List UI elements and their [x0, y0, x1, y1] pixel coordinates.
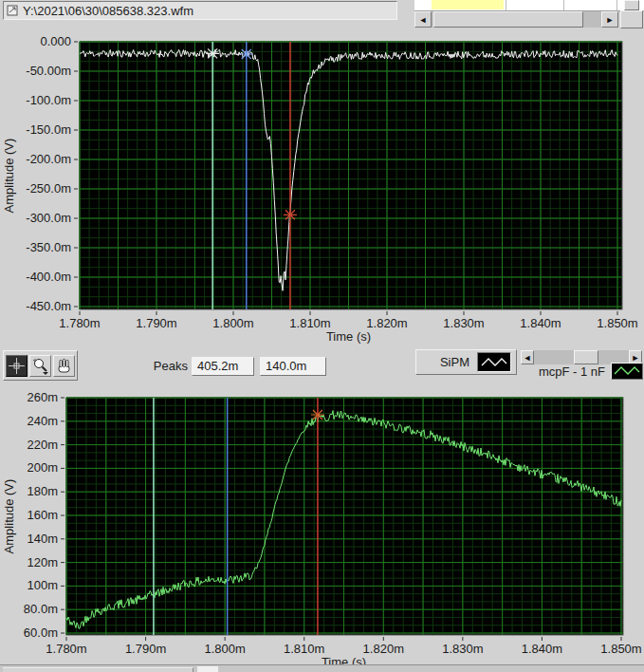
svg-text:Time (s): Time (s) — [326, 329, 371, 344]
peak-value-1-text: 405.2m — [193, 358, 253, 375]
svg-text:100m: 100m — [27, 578, 58, 592]
hand-icon — [55, 357, 73, 375]
svg-text:1.790m: 1.790m — [125, 642, 166, 656]
legend-mcp[interactable]: mcpF - 1 nF — [522, 363, 643, 380]
peak-value-2-text: 140.0m — [261, 358, 325, 375]
svg-text:1.840m: 1.840m — [522, 642, 562, 656]
svg-text:-250.0m: -250.0m — [26, 181, 71, 196]
graph-tool-palette — [3, 350, 78, 381]
svg-text:-200.0m: -200.0m — [26, 152, 71, 166]
svg-text:-400.0m: -400.0m — [26, 270, 71, 284]
sipm-trace-swatch[interactable] — [477, 352, 511, 372]
column-divider — [616, 0, 617, 10]
svg-text:80.0m: 80.0m — [24, 602, 58, 616]
svg-text:-300.0m: -300.0m — [26, 211, 71, 225]
svg-text:-450.0m: -450.0m — [26, 299, 71, 313]
selected-cell-highlight — [432, 0, 504, 9]
sipm-plot-svg: 1.780m1.790m1.800m1.810m1.820m1.830m1.84… — [0, 28, 644, 349]
svg-text:1.780m: 1.780m — [59, 316, 100, 330]
svg-text:1.820m: 1.820m — [366, 316, 407, 330]
mcp-waveform-graph[interactable]: 1.780m1.790m1.800m1.810m1.820m1.830m1.84… — [0, 387, 644, 672]
path-glyph-icon — [7, 4, 19, 17]
top-scrollbar[interactable]: ◄ ► — [414, 11, 618, 28]
legend-mcp-label: mcpF - 1 nF — [539, 364, 605, 379]
svg-text:220m: 220m — [27, 438, 58, 452]
svg-text:1.830m: 1.830m — [442, 642, 483, 656]
svg-text:1.790m: 1.790m — [136, 316, 176, 330]
svg-text:-100.0m: -100.0m — [26, 93, 71, 107]
svg-text:140m: 140m — [27, 532, 58, 546]
crosshair-icon — [8, 357, 26, 375]
svg-text:160m: 160m — [27, 508, 58, 522]
svg-text:1.850m: 1.850m — [597, 316, 637, 330]
scrollbar-thumb[interactable] — [433, 11, 583, 28]
svg-text:1.780m: 1.780m — [46, 642, 86, 656]
svg-text:1.810m: 1.810m — [289, 316, 330, 330]
svg-text:1.800m: 1.800m — [212, 316, 253, 330]
scrollbar-corner-box — [620, 10, 643, 28]
svg-text:1.800m: 1.800m — [204, 642, 245, 656]
svg-text:260m: 260m — [27, 390, 58, 404]
bottom-panel-edge — [0, 664, 644, 672]
scroll-right-button[interactable]: ► — [601, 11, 618, 28]
plot-background[interactable] — [66, 398, 623, 635]
scroll-left-button[interactable]: ◄ — [414, 11, 432, 28]
svg-text:Amplitude (V): Amplitude (V) — [2, 139, 16, 214]
column-divider — [563, 0, 564, 10]
scroll-up-button[interactable] — [624, 0, 639, 10]
panel-edge-box — [3, 667, 193, 672]
svg-text:1.810m: 1.810m — [284, 642, 324, 656]
cursor-tool-button[interactable] — [6, 355, 28, 377]
file-list-partial[interactable] — [414, 0, 644, 11]
column-divider — [506, 0, 506, 10]
svg-text:Amplitude (V): Amplitude (V) — [2, 479, 16, 554]
svg-text:240m: 240m — [27, 414, 58, 428]
scrollbar-track[interactable] — [432, 11, 601, 28]
peaks-label: Peaks — [140, 359, 188, 373]
legend-sipm-label: SiPM — [440, 355, 469, 369]
svg-text:0.000: 0.000 — [40, 34, 71, 48]
pan-tool-button[interactable] — [53, 355, 75, 377]
file-path-input[interactable]: Y:\2021\06\30\085638.323.wfm — [3, 1, 397, 20]
svg-text:1.850m: 1.850m — [600, 642, 641, 656]
svg-text:60.0m: 60.0m — [24, 625, 58, 640]
zoom-tool-button[interactable] — [29, 355, 51, 377]
peak-value-indicator-2: 140.0m — [260, 357, 326, 376]
legend-sipm[interactable]: SiPM — [415, 349, 517, 375]
svg-text:-350.0m: -350.0m — [26, 240, 71, 254]
mcp-trace-icon — [613, 364, 641, 378]
file-path-text: Y:\2021\06\30\085638.323.wfm — [23, 4, 193, 18]
svg-text:1.820m: 1.820m — [363, 642, 404, 656]
sipm-waveform-graph[interactable]: 1.780m1.790m1.800m1.810m1.820m1.830m1.84… — [0, 28, 644, 349]
sipm-trace-icon — [480, 355, 508, 369]
svg-text:200m: 200m — [27, 460, 58, 475]
svg-text:1.830m: 1.830m — [443, 316, 484, 330]
svg-text:1.840m: 1.840m — [520, 316, 561, 330]
mcp-trace-swatch[interactable] — [611, 363, 643, 380]
panel-edge-highlight — [197, 666, 218, 672]
svg-text:180m: 180m — [27, 484, 58, 498]
mcp-plot-svg: 1.780m1.790m1.800m1.810m1.820m1.830m1.84… — [0, 387, 644, 672]
peak-value-indicator-1: 405.2m — [192, 357, 254, 376]
magnifier-icon — [31, 357, 49, 375]
svg-text:120m: 120m — [27, 555, 58, 569]
svg-text:-50.00m: -50.00m — [26, 64, 71, 78]
svg-text:-150.0m: -150.0m — [26, 122, 71, 137]
